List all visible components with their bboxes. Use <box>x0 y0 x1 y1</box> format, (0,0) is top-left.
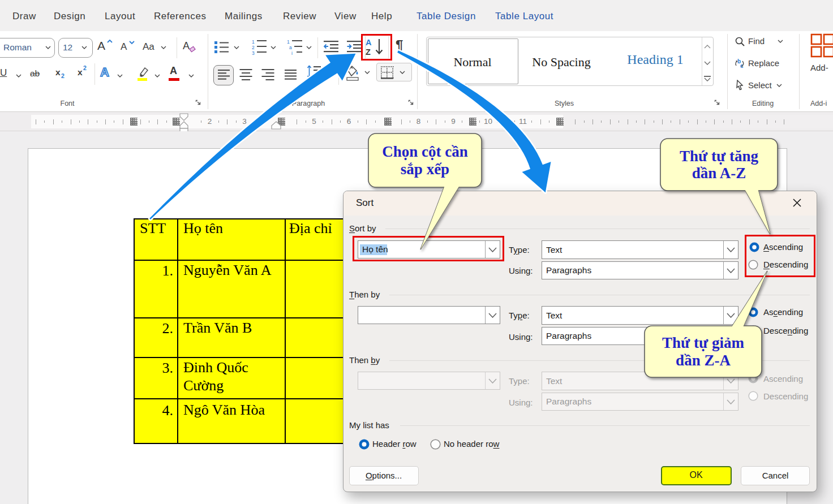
svg-text:Thứ tự giảm: Thứ tự giảm <box>662 334 744 351</box>
svg-text:dần Z-A: dần Z-A <box>676 352 731 369</box>
svg-text:dần A-Z: dần A-Z <box>692 165 746 182</box>
svg-text:sắp xếp: sắp xếp <box>401 161 449 178</box>
svg-text:Thứ tự tăng: Thứ tự tăng <box>680 148 758 165</box>
svg-text:Chọn cột cần: Chọn cột cần <box>382 143 468 160</box>
